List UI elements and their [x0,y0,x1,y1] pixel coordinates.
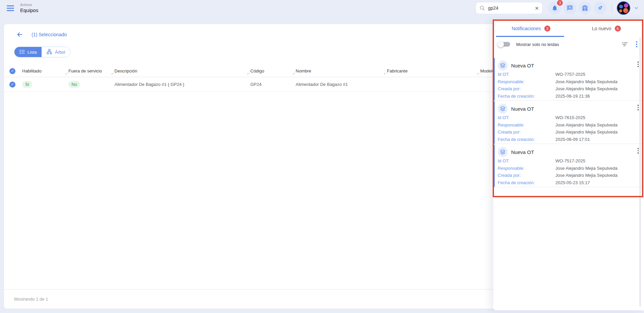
notification-count-badge: 3 [557,0,563,6]
clear-search-icon[interactable]: ✕ [535,6,539,11]
unread-only-label: Mostrar solo no leídas [516,42,617,47]
search-box[interactable]: ✕ [476,2,543,14]
row-checkbox[interactable] [9,82,15,88]
field-value: 2025-06-09 17:01 [555,136,639,143]
bell-icon [551,5,558,11]
field-label: Creada por: [498,85,555,93]
status-badge-habilitado: Si [22,81,32,88]
unread-indicator-bar [493,101,495,144]
select-all-checkbox[interactable] [9,68,15,74]
divider [611,4,612,12]
view-toggle: Lista Árbol [14,47,70,57]
column-header-descripcion[interactable]: Descripción [114,65,250,77]
app-root: Activos Equipos ✕ 3 [0,0,644,313]
layers-icon [498,104,508,114]
field-label: Responsable: [498,165,555,172]
field-value: Jose Alejandro Mejia Sepulveda [555,85,639,93]
row-count-label: Mostrando 1 de 1 [14,297,48,302]
list-icon [19,49,25,55]
search-icon [479,5,485,11]
field-value: Jose Alejandro Mejia Sepulveda [555,121,639,129]
tab-badge-notificaciones: 3 [544,25,550,32]
breadcrumb-section: Activos [20,3,38,7]
status-badge-fuera-de-servicio: No [68,81,80,88]
field-value: 2025-05-23 15:17 [555,179,639,187]
filter-icon[interactable] [622,42,628,47]
column-header-codigo[interactable]: Código [250,65,296,77]
chevron-down-icon[interactable] [634,6,639,10]
column-header-habilitado[interactable]: Habilitado [22,65,68,77]
field-label: Fecha de creación: [498,136,555,143]
panel-tabs: Notificaciones 3 Lo nuevo 6 [493,20,644,37]
tree-view-button[interactable]: Árbol [42,47,70,57]
field-value: Jose Alejandro Mejia Sepulveda [555,172,639,179]
tab-badge-lo-nuevo: 6 [615,25,621,32]
page-title: Equipos [20,7,38,13]
panel-menu-button[interactable] [635,41,638,48]
card-menu-button[interactable] [637,61,640,68]
panel-scrollbar[interactable] [639,38,641,307]
notification-title: Nueva OT [511,63,534,68]
notifications-button[interactable]: 3 [548,2,561,14]
selected-count-label: (1) Seleccionado [32,32,67,37]
field-label: Creada por: [498,128,555,136]
column-header-nombre[interactable]: Nombre [296,65,387,77]
whats-new-button[interactable] [594,2,606,14]
panel-controls: Mostrar solo no leídas [493,37,644,52]
hamburger-menu-button[interactable] [7,5,14,11]
cell-descripcion: Alimentador De Bagazo #1 { GP24 } [114,82,250,87]
field-label: Responsable: [498,78,555,86]
chat-sparkle-icon [566,5,573,11]
feedback-button[interactable] [563,2,576,14]
field-value: Jose Alejandro Mejia Sepulveda [555,128,639,136]
notification-card[interactable]: Nueva OT Id OT:WO-7757-2025 Responsable:… [493,58,644,101]
cell-nombre: Alimentador De Bagazo #1 [296,82,387,87]
field-label: Id OT: [498,71,555,78]
field-label: Id OT: [498,114,555,121]
card-menu-button[interactable] [637,104,640,111]
notification-list: Nueva OT Id OT:WO-7757-2025 Responsable:… [493,58,644,187]
notification-card[interactable]: Nueva OT Id OT:WO-7615-2025 Responsable:… [493,101,644,144]
layers-icon [498,147,508,157]
field-label: Id OT: [498,157,555,165]
tab-lo-nuevo[interactable]: Lo nuevo 6 [569,20,644,37]
field-label: Responsable: [498,121,555,129]
hamburger-menu-icon [7,5,14,6]
unread-indicator-bar [493,58,495,100]
unread-only-toggle[interactable] [499,42,510,47]
breadcrumb: Activos Equipos [20,3,38,13]
notification-title: Nueva OT [511,149,534,155]
notifications-panel: Notificaciones 3 Lo nuevo 6 Mostrar solo… [493,20,644,310]
field-value: Jose Alejandro Mejia Sepulveda [555,165,639,172]
cell-codigo: GP24 [250,82,296,87]
tree-icon [47,49,52,55]
column-header-fabricante[interactable]: Fabricante [387,65,480,77]
field-value: 2025-06-19 21:36 [555,93,639,100]
column-header-fuera-de-servicio[interactable]: Fuera de servicio [68,65,114,77]
list-view-button[interactable]: Lista [14,47,42,57]
field-label: Fecha de creación: [498,93,555,100]
rocket-icon [597,5,603,11]
top-bar: Activos Equipos ✕ 3 [0,0,644,16]
field-label: Creada por: [498,172,555,179]
field-value: WO-7517-2025 [555,157,639,165]
tab-notificaciones[interactable]: Notificaciones 3 [493,20,569,37]
back-arrow-button[interactable] [16,31,23,38]
rewards-button[interactable] [579,2,591,14]
field-value: Jose Alejandro Mejia Sepulveda [555,78,639,86]
field-value: WO-7615-2025 [555,114,639,121]
gift-icon [582,5,588,11]
field-label: Fecha de creación: [498,179,555,187]
avatar[interactable] [617,1,630,15]
field-value: WO-7757-2025 [555,71,639,78]
unread-indicator-bar [493,145,495,187]
top-bar-actions: ✕ 3 [476,1,639,15]
search-input[interactable] [488,5,532,11]
notification-card[interactable]: Nueva OT Id OT:WO-7517-2025 Responsable:… [493,145,644,187]
layers-icon [498,60,508,70]
notification-title: Nueva OT [511,106,534,112]
card-menu-button[interactable] [637,147,640,154]
